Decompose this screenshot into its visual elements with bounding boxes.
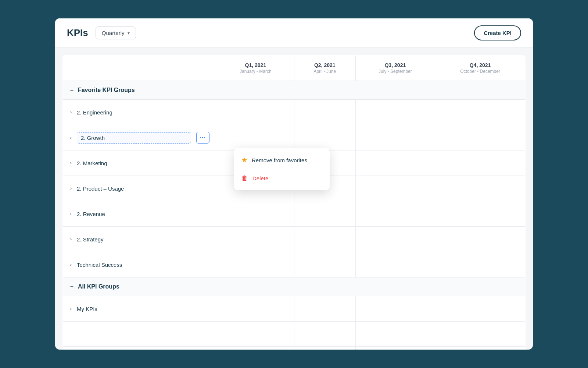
q2-range: April - June bbox=[302, 69, 348, 74]
kpi-group-name: 2. Marketing bbox=[77, 160, 107, 166]
q4-range: October - December bbox=[442, 69, 518, 74]
col-q2-header: Q2, 2021 April - June bbox=[294, 56, 355, 81]
expand-icon[interactable]: › bbox=[70, 211, 72, 216]
col-q4-header: Q4, 2021 October - December bbox=[435, 56, 526, 81]
table-row bbox=[63, 347, 526, 350]
expand-icon[interactable]: › bbox=[70, 110, 72, 115]
expand-icon[interactable]: › bbox=[70, 160, 72, 166]
kpi-group-name: 2. Strategy bbox=[77, 236, 104, 243]
q4-period: Q4, 2021 bbox=[442, 62, 518, 68]
table-row: ›Technical Success bbox=[63, 252, 526, 277]
kpi-group-name: 2. Growth bbox=[81, 135, 105, 141]
expand-icon[interactable]: › bbox=[70, 237, 72, 242]
expand-icon[interactable]: › bbox=[70, 306, 72, 311]
q3-range: July - September bbox=[363, 69, 427, 74]
kpi-group-name: 2. Revenue bbox=[77, 211, 105, 217]
trash-icon: 🗑 bbox=[241, 174, 248, 182]
header-left: KPIs Quarterly ▾ bbox=[67, 26, 136, 39]
table-row: ›2. Strategy bbox=[63, 227, 526, 252]
kpi-group-name: 2. Engineering bbox=[77, 109, 112, 116]
q2-period: Q2, 2021 bbox=[302, 62, 348, 68]
col-q1-header: Q1, 2021 January - March bbox=[217, 56, 294, 81]
delete-label: Delete bbox=[252, 175, 268, 181]
kpi-group-name: 2. Product – Usage bbox=[77, 185, 124, 192]
kpi-group-name: My KPIs bbox=[77, 306, 97, 312]
table-row bbox=[63, 322, 526, 347]
col-q3-header: Q3, 2021 July - September bbox=[355, 56, 435, 81]
section-title: Favorite KPI Groups bbox=[78, 87, 135, 93]
section-header-row: –All KPI Groups bbox=[63, 277, 526, 296]
star-icon: ★ bbox=[241, 156, 247, 164]
table-row: ›2. Revenue bbox=[63, 201, 526, 227]
remove-from-favorites-item[interactable]: ★ Remove from favorites bbox=[234, 151, 330, 169]
table-row: ›2. Engineering bbox=[63, 100, 526, 125]
create-kpi-button[interactable]: Create KPI bbox=[474, 25, 521, 40]
more-options-button[interactable]: ··· bbox=[196, 132, 209, 144]
section-title: All KPI Groups bbox=[78, 283, 119, 290]
q1-range: January - March bbox=[225, 69, 287, 74]
expand-icon[interactable]: › bbox=[70, 262, 72, 267]
q3-period: Q3, 2021 bbox=[363, 62, 427, 68]
expand-icon[interactable]: › bbox=[70, 135, 72, 140]
context-menu: ★ Remove from favorites 🗑 Delete bbox=[234, 148, 330, 190]
section-toggle-icon[interactable]: – bbox=[70, 87, 74, 93]
col-name-header bbox=[63, 56, 217, 81]
table-row: ›My KPIs bbox=[63, 296, 526, 322]
expand-icon[interactable]: › bbox=[70, 186, 72, 191]
quarterly-label: Quarterly bbox=[102, 30, 125, 36]
kpi-table: Q1, 2021 January - March Q2, 2021 April … bbox=[62, 55, 526, 350]
delete-item[interactable]: 🗑 Delete bbox=[234, 169, 330, 187]
section-toggle-icon[interactable]: – bbox=[70, 283, 74, 290]
app-container: KPIs Quarterly ▾ Create KPI Q1, 2021 Jan… bbox=[55, 18, 533, 350]
main-content: Q1, 2021 January - March Q2, 2021 April … bbox=[55, 48, 533, 350]
page-title: KPIs bbox=[67, 27, 88, 39]
chevron-down-icon: ▾ bbox=[128, 31, 130, 36]
remove-from-favorites-label: Remove from favorites bbox=[252, 157, 307, 163]
column-header-row: Q1, 2021 January - March Q2, 2021 April … bbox=[63, 56, 526, 81]
table-row: ›2. Growth··· bbox=[63, 125, 526, 151]
kpi-group-name: Technical Success bbox=[77, 262, 122, 268]
section-header-row: –Favorite KPI Groups bbox=[63, 81, 526, 100]
quarterly-dropdown[interactable]: Quarterly ▾ bbox=[96, 26, 136, 39]
header: KPIs Quarterly ▾ Create KPI bbox=[55, 18, 533, 48]
q1-period: Q1, 2021 bbox=[225, 62, 287, 68]
